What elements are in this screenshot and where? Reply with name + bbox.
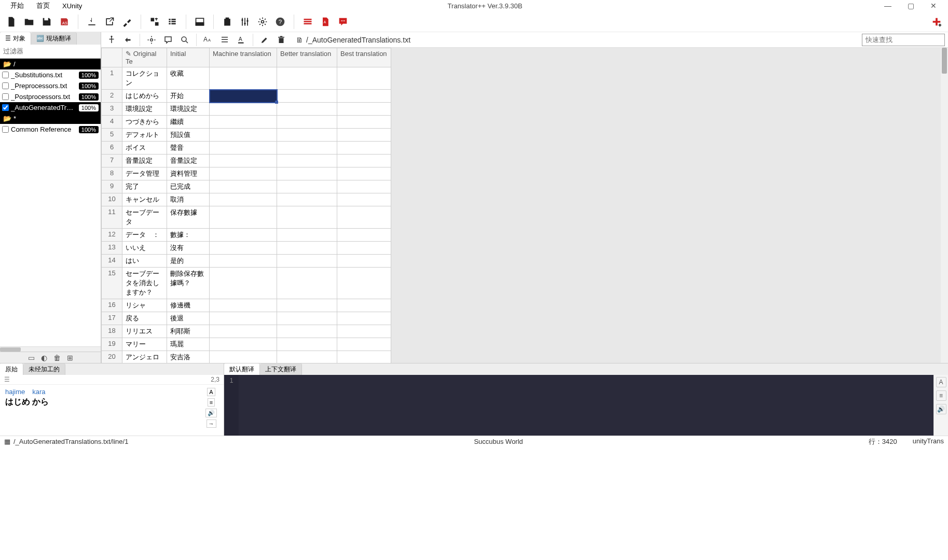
tab-context-translation[interactable]: 上下文翻译 [260, 363, 302, 375]
cell-initial[interactable]: 瑪麗 [167, 338, 210, 351]
tab-raw[interactable]: 原始 [0, 363, 23, 375]
cell-machine[interactable] [210, 167, 277, 180]
table-row[interactable]: 13 いいえ 沒有 [102, 242, 391, 255]
row-number[interactable]: 12 [102, 229, 122, 242]
trash-icon[interactable]: 🗑 [53, 354, 61, 362]
contrast-icon[interactable]: ◐ [41, 354, 47, 362]
table-row[interactable]: 8 データ管理 資料管理 [102, 167, 391, 180]
cell-original[interactable]: アンジェロ [122, 351, 167, 363]
row-number[interactable]: 16 [102, 299, 122, 312]
cell-machine[interactable] [210, 142, 277, 155]
cell-initial[interactable]: 資料管理 [167, 167, 210, 180]
cell-original[interactable]: キャンセル [122, 193, 167, 206]
cell-better[interactable] [277, 229, 337, 242]
cell-better[interactable] [277, 129, 337, 142]
cell-initial[interactable]: 預設值 [167, 129, 210, 142]
cell-better[interactable] [277, 325, 337, 338]
col-header-better[interactable]: Better translation [277, 48, 337, 67]
new-project-icon[interactable] [4, 15, 19, 29]
cell-best[interactable] [337, 351, 391, 363]
cell-best[interactable] [337, 142, 391, 155]
cell-better[interactable] [277, 312, 337, 325]
cell-original[interactable]: デフォルト [122, 129, 167, 142]
cell-machine[interactable] [210, 206, 277, 229]
rect-icon[interactable]: ▭ [28, 354, 35, 362]
table-row[interactable]: 17 戻る 後退 [102, 312, 391, 325]
table-row[interactable]: 20 アンジェロ 安吉洛 [102, 351, 391, 363]
list-icon[interactable]: ☰ [4, 376, 10, 383]
cell-original[interactable]: セーブデータ [122, 206, 167, 229]
font-size-icon[interactable]: AA [201, 33, 215, 47]
table-row[interactable]: 3 環境設定 環境設定 [102, 103, 391, 116]
table-row[interactable]: 6 ボイス 聲音 [102, 142, 391, 155]
row-number[interactable]: 1 [102, 67, 122, 90]
table-row[interactable]: 18 リリエス 利耶斯 [102, 325, 391, 338]
table-row[interactable]: 19 マリー 瑪麗 [102, 338, 391, 351]
cell-machine[interactable] [210, 116, 277, 129]
cell-best[interactable] [337, 116, 391, 129]
row-number[interactable]: 2 [102, 90, 122, 103]
arrow-icon[interactable]: → [207, 419, 216, 428]
cell-original[interactable]: 完了 [122, 180, 167, 193]
cell-better[interactable] [277, 193, 337, 206]
cell-original[interactable]: セーブデータを消去しますか？ [122, 268, 167, 299]
cell-initial[interactable]: 取消 [167, 193, 210, 206]
row-number[interactable]: 3 [102, 103, 122, 116]
search-icon[interactable] [177, 33, 192, 47]
cell-best[interactable] [337, 299, 391, 312]
translation-editor[interactable] [239, 375, 933, 436]
cell-machine[interactable] [210, 242, 277, 255]
file-checkbox[interactable] [2, 93, 9, 100]
cell-original[interactable]: マリー [122, 338, 167, 351]
cell-machine[interactable] [210, 229, 277, 242]
row-number[interactable]: 14 [102, 255, 122, 268]
cell-better[interactable] [277, 351, 337, 363]
cell-initial[interactable]: 刪除保存數據嗎？ [167, 268, 210, 299]
inject-icon[interactable] [120, 15, 134, 29]
cell-best[interactable] [337, 255, 391, 268]
gear-icon[interactable] [144, 33, 159, 47]
line-spacing-icon[interactable] [217, 33, 232, 47]
cell-machine[interactable] [210, 67, 277, 90]
cell-better[interactable] [277, 206, 337, 229]
table-row[interactable]: 12 データ ： 數據： [102, 229, 391, 242]
tools-icon[interactable] [238, 15, 252, 29]
comment-icon[interactable] [161, 33, 175, 47]
menu-xunity[interactable]: XUnity [56, 2, 88, 10]
row-number[interactable]: 10 [102, 193, 122, 206]
cell-original[interactable]: 戻る [122, 312, 167, 325]
paste-icon[interactable] [220, 15, 235, 29]
cell-better[interactable] [277, 299, 337, 312]
cell-initial[interactable]: 已完成 [167, 180, 210, 193]
row-number[interactable]: 11 [102, 206, 122, 229]
tab-default-translation[interactable]: 默认翻译 [224, 363, 260, 375]
close-button[interactable]: ✕ [927, 2, 940, 10]
settings-icon[interactable] [255, 15, 270, 29]
menu-home[interactable]: 首页 [30, 1, 56, 10]
cell-machine[interactable] [210, 155, 277, 167]
cell-initial[interactable]: 音量設定 [167, 155, 210, 167]
chat-icon[interactable] [336, 15, 350, 29]
cell-original[interactable]: データ ： [122, 229, 167, 242]
col-header-machine[interactable]: Machine translation [210, 48, 277, 67]
cell-machine[interactable] [210, 299, 277, 312]
tab-live-translate[interactable]: 🔤 现场翻译 [31, 32, 77, 45]
cell-initial[interactable]: 利耶斯 [167, 325, 210, 338]
table-row[interactable]: 11 セーブデータ 保存數據 [102, 206, 391, 229]
cell-best[interactable] [337, 180, 391, 193]
cell-best[interactable] [337, 103, 391, 116]
table-row[interactable]: 10 キャンセル 取消 [102, 193, 391, 206]
cell-better[interactable] [277, 255, 337, 268]
cell-better[interactable] [277, 268, 337, 299]
cell-best[interactable] [337, 129, 391, 142]
tree-folder-star[interactable]: 📂 * [0, 113, 101, 124]
tree-file[interactable]: _Postprocessors.txt 100% [0, 91, 101, 102]
cell-better[interactable] [277, 90, 337, 103]
cell-original[interactable]: リリエス [122, 325, 167, 338]
cell-best[interactable] [337, 155, 391, 167]
row-number[interactable]: 13 [102, 242, 122, 255]
cell-best[interactable] [337, 229, 391, 242]
col-header-best[interactable]: Best translation [337, 48, 391, 67]
cell-machine[interactable] [210, 351, 277, 363]
tree-file[interactable]: _Preprocessors.txt 100% [0, 80, 101, 91]
